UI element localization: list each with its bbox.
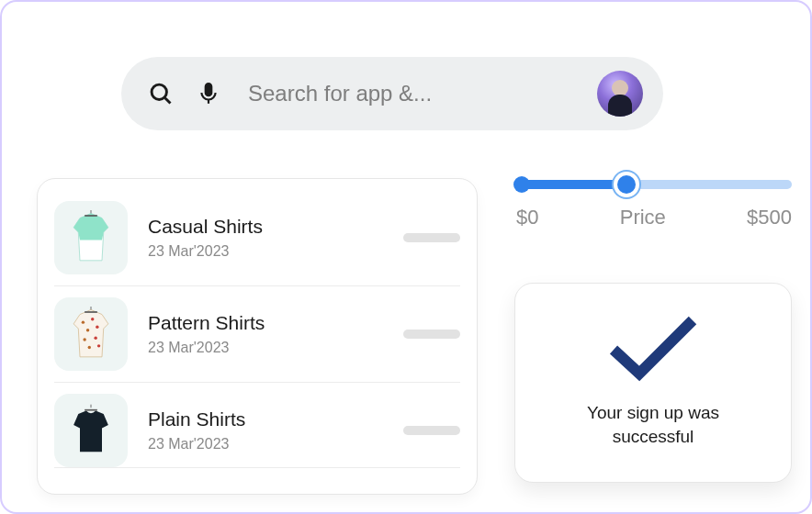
avatar[interactable] xyxy=(597,71,643,117)
slider-fill xyxy=(516,180,626,189)
list-item-text: Plain Shirts 23 Mar'2023 xyxy=(148,408,403,453)
list-item-title: Plain Shirts xyxy=(148,408,403,430)
svg-rect-2 xyxy=(206,84,212,95)
price-slider[interactable]: $0 Price $500 xyxy=(516,180,792,229)
svg-point-9 xyxy=(96,326,98,329)
product-thumbnail xyxy=(54,201,128,274)
slider-handle-min[interactable] xyxy=(513,176,530,193)
search-bar[interactable]: Search for app &... xyxy=(121,57,663,130)
list-item[interactable]: Casual Shirts 23 Mar'2023 xyxy=(54,190,460,286)
list-item-action-placeholder[interactable] xyxy=(403,426,460,435)
search-placeholder[interactable]: Search for app &... xyxy=(248,81,597,106)
svg-rect-4 xyxy=(85,215,97,217)
slider-handle-max[interactable] xyxy=(617,175,636,194)
list-item[interactable]: Pattern Shirts 23 Mar'2023 xyxy=(54,286,460,383)
svg-point-13 xyxy=(97,344,100,347)
product-thumbnail xyxy=(54,394,128,467)
svg-point-11 xyxy=(94,337,96,340)
success-message: Your sign up was successful xyxy=(561,401,745,448)
svg-point-6 xyxy=(82,320,85,323)
success-card: Your sign up was successful xyxy=(514,283,792,483)
microphone-icon[interactable] xyxy=(195,80,222,107)
product-list-card: Casual Shirts 23 Mar'2023 Pattern Shirts xyxy=(37,178,478,495)
list-item-title: Casual Shirts xyxy=(148,216,403,238)
svg-point-0 xyxy=(152,84,166,99)
list-item-date: 23 Mar'2023 xyxy=(148,436,403,453)
list-item-date: 23 Mar'2023 xyxy=(148,243,403,260)
list-item-action-placeholder[interactable] xyxy=(403,233,460,242)
list-item-action-placeholder[interactable] xyxy=(403,330,460,339)
svg-point-7 xyxy=(91,318,94,320)
slider-track[interactable] xyxy=(516,180,792,189)
checkmark-icon xyxy=(603,311,704,385)
slider-label: Price xyxy=(620,206,666,229)
svg-point-10 xyxy=(83,338,85,341)
list-item-text: Pattern Shirts 23 Mar'2023 xyxy=(148,312,403,356)
list-item-text: Casual Shirts 23 Mar'2023 xyxy=(148,216,403,260)
svg-rect-14 xyxy=(85,311,97,313)
svg-point-12 xyxy=(88,346,91,349)
svg-rect-16 xyxy=(85,409,97,411)
svg-point-8 xyxy=(86,329,89,331)
list-item-title: Pattern Shirts xyxy=(148,312,403,334)
list-item[interactable]: Plain Shirts 23 Mar'2023 xyxy=(54,383,460,468)
slider-labels: $0 Price $500 xyxy=(516,206,792,229)
list-item-date: 23 Mar'2023 xyxy=(148,340,403,356)
slider-max-label: $500 xyxy=(747,206,792,229)
product-thumbnail xyxy=(54,297,128,371)
svg-line-1 xyxy=(165,98,171,104)
search-icon[interactable] xyxy=(147,80,175,107)
slider-min-label: $0 xyxy=(516,206,538,229)
app-canvas: Search for app &... Casual Shirts 23 Mar… xyxy=(0,0,812,514)
